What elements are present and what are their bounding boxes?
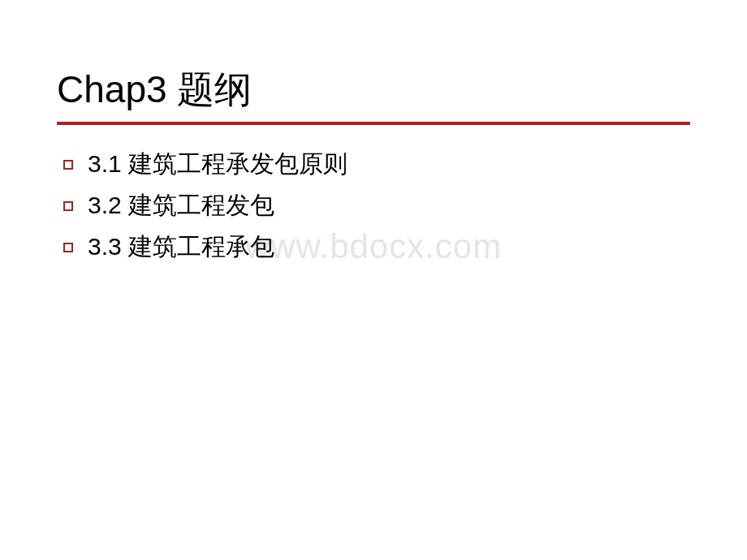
bullet-icon (63, 160, 73, 170)
outline-list: 3.1 建筑工程承发包原则 3.2 建筑工程发包 3.3 建筑工程承包 (57, 148, 690, 264)
item-label: 3.3 建筑工程承包 (88, 230, 274, 264)
item-label: 3.2 建筑工程发包 (88, 189, 274, 222)
bullet-icon (63, 243, 73, 252)
bullet-icon (63, 201, 73, 211)
list-item: 3.3 建筑工程承包 (63, 230, 690, 264)
list-item: 3.1 建筑工程承发包原则 (63, 148, 690, 181)
item-label: 3.1 建筑工程承发包原则 (88, 148, 348, 181)
slide-container: www.bdocx.com Chap3 题纲 3.1 建筑工程承发包原则 3.2… (0, 0, 747, 560)
content-layer: Chap3 题纲 3.1 建筑工程承发包原则 3.2 建筑工程发包 3.3 建筑… (57, 65, 690, 264)
list-item: 3.2 建筑工程发包 (63, 189, 690, 222)
title-underline (57, 122, 690, 125)
slide-title: Chap3 题纲 (57, 65, 690, 115)
